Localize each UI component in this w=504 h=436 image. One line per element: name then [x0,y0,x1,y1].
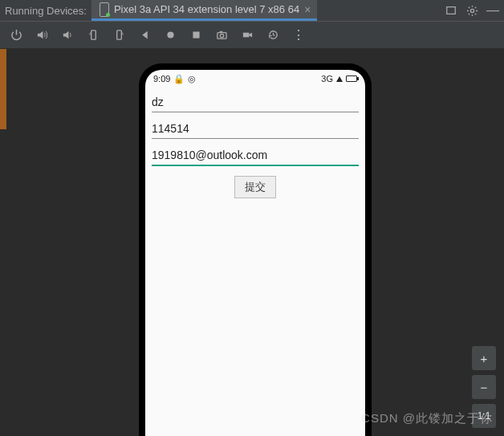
power-icon[interactable] [10,29,22,42]
volume-up-icon[interactable] [35,29,48,42]
svg-rect-2 [91,31,96,39]
close-icon[interactable]: × [304,3,311,16]
svg-point-7 [220,34,223,37]
name-field[interactable] [152,91,359,112]
running-devices-label: Running Devices: [5,5,87,17]
svg-rect-9 [242,33,249,38]
rotate-right-icon[interactable] [112,29,125,42]
zoom-in-button[interactable]: + [472,346,496,370]
svg-rect-0 [447,7,456,14]
hide-icon[interactable]: — [486,4,499,17]
volume-down-icon[interactable] [61,29,74,42]
svg-rect-3 [116,31,121,39]
battery-icon [346,75,357,82]
device-frame: 9:09 🔒 ◎ 3G 提交 ‹ [139,63,372,436]
debug-icon: ◎ [188,74,196,84]
running-devices-tabbar: Running Devices: Pixel 3a API 34 extensi… [0,0,504,22]
emulator-toolbar: ⋮ [0,22,504,49]
email-field[interactable] [152,144,359,166]
android-statusbar: 9:09 🔒 ◎ 3G [145,70,365,88]
emulator-viewport: 9:09 🔒 ◎ 3G 提交 ‹ [0,49,504,436]
back-icon[interactable] [138,29,151,42]
zoom-out-button[interactable]: − [472,375,496,399]
status-time: 9:09 [153,74,170,84]
device-tab-active[interactable]: Pixel 3a API 34 extension level 7 x86 64… [91,0,317,21]
app-form: 提交 [145,88,365,198]
record-icon[interactable] [164,29,177,42]
signal-icon [336,76,343,82]
svg-point-1 [470,9,474,12]
device-tab-label: Pixel 3a API 34 extension level 7 x86 64 [114,3,299,15]
zoom-controls: + − 1:1 [472,346,496,428]
svg-point-4 [167,31,173,38]
rotate-left-icon[interactable] [87,29,100,42]
window-icon[interactable] [445,4,457,17]
phone-icon [100,2,109,17]
video-icon[interactable] [241,29,254,42]
zoom-fit-button[interactable]: 1:1 [472,404,496,428]
editor-gutter [0,49,6,129]
lock-icon: 🔒 [173,74,185,84]
svg-rect-8 [219,31,222,33]
number-field[interactable] [152,117,359,139]
submit-button[interactable]: 提交 [234,176,276,198]
more-icon[interactable]: ⋮ [292,29,305,42]
device-screen[interactable]: 9:09 🔒 ◎ 3G 提交 ‹ [145,70,365,436]
network-label: 3G [321,74,333,84]
camera-icon[interactable] [215,29,228,42]
svg-rect-5 [193,31,199,38]
history-icon[interactable] [266,29,279,42]
stop-icon[interactable] [189,29,202,42]
gear-icon[interactable] [465,4,478,17]
